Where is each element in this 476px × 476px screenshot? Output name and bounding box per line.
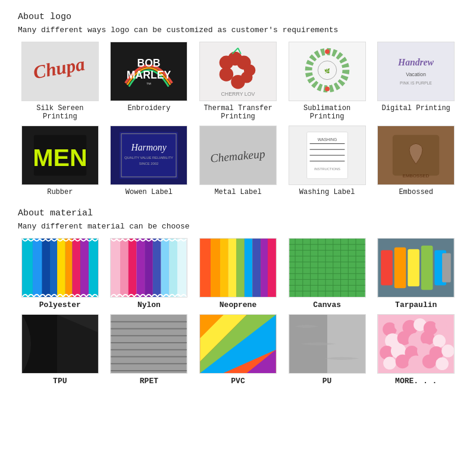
list-item: PU xyxy=(285,314,369,386)
svg-rect-65 xyxy=(153,239,161,297)
svg-rect-73 xyxy=(228,239,236,297)
svg-point-139 xyxy=(383,357,396,370)
svg-point-142 xyxy=(422,355,437,369)
svg-rect-54 xyxy=(57,239,65,297)
more-label: MORE. . . xyxy=(395,377,437,386)
svg-rect-53 xyxy=(50,239,57,297)
svg-rect-57 xyxy=(80,239,89,297)
sublimation-image: 🌿 xyxy=(289,42,366,101)
tpu-label: TPU xyxy=(53,377,67,386)
svg-rect-71 xyxy=(211,239,220,297)
svg-rect-50 xyxy=(22,239,33,297)
silk-screen-label: Silk Sereen Printing xyxy=(18,104,102,121)
svg-rect-64 xyxy=(145,239,154,297)
svg-point-12 xyxy=(220,67,234,82)
svg-point-13 xyxy=(241,71,253,83)
svg-text:BOB: BOB xyxy=(137,57,161,69)
svg-text:WASHING: WASHING xyxy=(317,137,337,142)
pvc-label: PVC xyxy=(231,377,245,386)
svg-rect-72 xyxy=(220,239,228,297)
svg-point-132 xyxy=(433,334,446,347)
list-item: Chemakeup Metal Label xyxy=(196,126,280,196)
embroidery-image: BOB MARLEY ™ xyxy=(110,42,187,101)
svg-point-141 xyxy=(408,356,423,371)
svg-point-131 xyxy=(421,331,435,345)
polyester-label: Polyester xyxy=(39,300,81,309)
svg-rect-56 xyxy=(72,239,80,297)
metal-label-image: Chemakeup xyxy=(199,126,277,185)
svg-rect-67 xyxy=(170,239,178,297)
list-item: Nylon xyxy=(107,238,192,309)
list-item: 🌿 Sublimation Printing xyxy=(285,42,369,121)
sublimation-label: Sublimation Printing xyxy=(285,104,369,121)
material-title: About material xyxy=(18,208,458,218)
list-item: Polyester xyxy=(18,238,102,309)
svg-rect-75 xyxy=(245,239,253,297)
svg-text:EMBOSSED: EMBOSSED xyxy=(403,173,430,178)
svg-rect-70 xyxy=(200,239,211,297)
neoprene-label: Neoprene xyxy=(220,300,256,309)
svg-text:MEN: MEN xyxy=(33,144,87,171)
svg-rect-100 xyxy=(394,248,406,289)
pu-label: PU xyxy=(322,377,332,386)
svg-rect-61 xyxy=(120,239,129,297)
svg-point-127 xyxy=(436,320,447,331)
silk-screen-image: Chupa xyxy=(21,42,99,101)
svg-rect-76 xyxy=(252,239,261,297)
digital-printing-label: Digital Printing xyxy=(382,104,450,112)
washing-label-image: WASHING INSTRUCTIONS xyxy=(289,126,366,185)
svg-text:Handrew: Handrew xyxy=(397,57,434,67)
rpet-image xyxy=(110,314,187,374)
canvas-image xyxy=(289,238,366,298)
svg-point-20 xyxy=(325,86,330,91)
svg-text:MARLEY: MARLEY xyxy=(127,69,171,81)
svg-text:™: ™ xyxy=(146,82,152,87)
svg-point-143 xyxy=(436,358,449,371)
logo-row1: Chupa Silk Sereen Printing BOB MARLEY ™ xyxy=(18,42,458,121)
svg-text:INSTRUCTIONS: INSTRUCTIONS xyxy=(314,167,340,171)
svg-text:Vacation: Vacation xyxy=(406,71,426,77)
svg-rect-58 xyxy=(89,239,98,297)
list-item: RPET xyxy=(107,314,192,386)
washing-label-label: Washing Label xyxy=(299,188,355,196)
logo-title: About logo xyxy=(18,12,458,22)
list-item: CHERRY LOV Thermal Transfer Printing xyxy=(196,42,280,121)
tarpaulin-image xyxy=(377,238,455,298)
neoprene-image xyxy=(199,238,277,298)
tpu-image xyxy=(21,314,99,374)
polyester-image xyxy=(21,238,99,298)
svg-text:Harmony: Harmony xyxy=(131,142,167,153)
list-item: Handrew Vacation PINK IS PURPLE Digital … xyxy=(374,42,458,121)
list-item: Harmony QUALITY VALUE RELIABILITY SINCE … xyxy=(107,126,192,196)
svg-text:🌿: 🌿 xyxy=(324,68,330,74)
svg-rect-74 xyxy=(236,239,245,297)
list-item: BOB MARLEY ™ Enbroidery xyxy=(107,42,192,121)
canvas-label: Canvas xyxy=(313,300,341,309)
svg-rect-77 xyxy=(261,239,268,297)
pu-image xyxy=(289,314,366,374)
svg-text:SINCE 2002: SINCE 2002 xyxy=(139,162,159,165)
svg-text:PINK IS PURPLE: PINK IS PURPLE xyxy=(400,81,432,85)
list-item: MEN Rubber xyxy=(18,126,102,196)
logo-row2: MEN Rubber Harmony QUALITY VALUE RELIABI… xyxy=(18,126,458,196)
tarpaulin-label: Tarpaulin xyxy=(395,300,437,309)
embossed-image: EMBOSSED xyxy=(377,126,455,185)
svg-rect-60 xyxy=(111,239,121,297)
thermal-transfer-image: CHERRY LOV xyxy=(199,42,277,101)
metal-label-label: Metal Label xyxy=(214,188,261,196)
pvc-image xyxy=(199,314,277,374)
svg-rect-78 xyxy=(268,239,276,297)
list-item: Tarpaulin xyxy=(374,238,458,309)
material-row2: TPU RPET xyxy=(18,314,458,386)
svg-point-19 xyxy=(325,49,330,54)
svg-point-140 xyxy=(396,355,410,369)
list-item: Neoprene xyxy=(196,238,280,309)
rubber-image: MEN xyxy=(21,126,99,185)
list-item: PVC xyxy=(196,314,280,386)
more-image xyxy=(377,314,455,374)
svg-rect-62 xyxy=(129,239,137,297)
list-item: TPU xyxy=(18,314,102,386)
woven-label-image: Harmony QUALITY VALUE RELIABILITY SINCE … xyxy=(110,126,187,185)
svg-rect-68 xyxy=(177,239,187,297)
svg-rect-51 xyxy=(33,239,42,297)
